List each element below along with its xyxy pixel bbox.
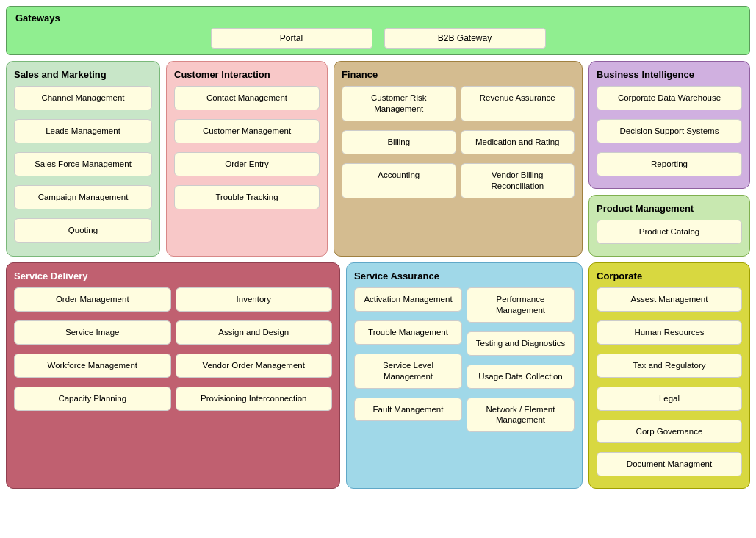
item-customer-risk[interactable]: Customer Risk Management <box>342 86 456 121</box>
corporate-title: Corporate <box>597 270 742 281</box>
item-service-image[interactable]: Service Image <box>14 320 171 345</box>
gateways-row: Portal B2B Gateway <box>15 28 741 49</box>
item-corp-governance[interactable]: Corp Governance <box>597 420 742 444</box>
business-intelligence-panel: Business Intelligence Corporate Data War… <box>588 61 750 189</box>
corporate-panel: Corporate Assest Management Human Resour… <box>588 262 750 489</box>
item-corporate-dw[interactable]: Corporate Data Warehouse <box>597 86 742 110</box>
item-trouble-tracking[interactable]: Trouble Tracking <box>174 185 320 209</box>
customer-interaction-title: Customer Interaction <box>174 69 320 80</box>
service-assurance-title: Service Assurance <box>354 270 575 281</box>
item-workforce-management[interactable]: Workforce Management <box>14 354 171 378</box>
page-container: Gateways Portal B2B Gateway Sales and Ma… <box>6 6 750 489</box>
gateways-title: Gateways <box>15 12 741 24</box>
customer-interaction-items: Contact Management Customer Management O… <box>174 86 320 214</box>
gateways-section: Gateways Portal B2B Gateway <box>6 6 750 55</box>
item-trouble-management[interactable]: Trouble Management <box>354 320 462 345</box>
item-assest-management[interactable]: Assest Management <box>597 287 742 312</box>
item-billing[interactable]: Billing <box>342 130 456 154</box>
item-vendor-order-management[interactable]: Vendor Order Management <box>176 354 333 378</box>
item-capacity-planning[interactable]: Capacity Planning <box>14 387 171 411</box>
service-delivery-title: Service Delivery <box>14 270 332 281</box>
item-medication-rating[interactable]: Medication and Rating <box>461 130 575 154</box>
product-management-title: Product Management <box>597 203 742 214</box>
bi-title: Business Intelligence <box>597 69 742 80</box>
item-contact-management[interactable]: Contact Management <box>174 86 320 110</box>
service-delivery-panel: Service Delivery Order Management Servic… <box>6 262 340 489</box>
item-performance-management[interactable]: Performance Management <box>467 287 575 323</box>
service-delivery-col2: Inventory Assign and Design Vendor Order… <box>176 287 333 415</box>
sales-marketing-title: Sales and Marketing <box>14 69 152 80</box>
service-assurance-panel: Service Assurance Activation Management … <box>346 262 583 489</box>
item-testing-diagnostics[interactable]: Testing and Diagnostics <box>467 331 575 356</box>
item-accounting[interactable]: Accounting <box>342 163 456 198</box>
corporate-items: Assest Management Human Resources Tax an… <box>597 287 742 481</box>
item-network-element-management[interactable]: Network / Element Management <box>467 398 575 433</box>
item-sales-force-management[interactable]: Sales Force Management <box>14 152 152 176</box>
service-delivery-items: Order Management Service Image Workforce… <box>14 287 332 415</box>
item-service-level-management[interactable]: Service Level Management <box>354 354 462 389</box>
gateway-portal[interactable]: Portal <box>211 28 372 49</box>
product-management-panel: Product Management Product Catalog <box>588 195 750 257</box>
gateway-b2b[interactable]: B2B Gateway <box>384 28 546 49</box>
service-delivery-col1: Order Management Service Image Workforce… <box>14 287 171 415</box>
finance-title: Finance <box>342 69 575 80</box>
item-fault-management[interactable]: Fault Management <box>354 398 462 422</box>
item-campaign-management[interactable]: Campaign Management <box>14 185 152 209</box>
item-tax-regulatory[interactable]: Tax and Regulatory <box>597 354 742 378</box>
item-revenue-assurance[interactable]: Revenue Assurance <box>461 86 575 121</box>
finance-items: Customer Risk Management Revenue Assuran… <box>342 86 575 203</box>
item-document-management[interactable]: Document Managment <box>597 452 742 476</box>
item-activation-management[interactable]: Activation Management <box>354 287 462 312</box>
customer-interaction-panel: Customer Interaction Contact Management … <box>166 61 328 257</box>
item-leads-management[interactable]: Leads Management <box>14 119 152 143</box>
right-column: Business Intelligence Corporate Data War… <box>588 61 750 257</box>
item-legal[interactable]: Legal <box>597 387 742 411</box>
sales-marketing-items: Channel Management Leads Management Sale… <box>14 86 152 247</box>
finance-panel: Finance Customer Risk Management Revenue… <box>334 61 583 257</box>
item-human-resources[interactable]: Human Resources <box>597 320 742 345</box>
item-channel-management[interactable]: Channel Management <box>14 86 152 110</box>
item-product-catalog[interactable]: Product Catalog <box>597 220 742 244</box>
sales-marketing-panel: Sales and Marketing Channel Management L… <box>6 61 160 257</box>
item-quoting[interactable]: Quoting <box>14 218 152 243</box>
item-dss[interactable]: Decision Support Systems <box>597 119 742 143</box>
item-vendor-billing[interactable]: Vendor Billing Reconciliation <box>461 163 575 198</box>
item-order-entry[interactable]: Order Entry <box>174 152 320 176</box>
service-assurance-items: Activation Management Trouble Management… <box>354 287 575 437</box>
item-assign-design[interactable]: Assign and Design <box>176 320 333 345</box>
item-provisioning-interconnection[interactable]: Provisioning Interconnection <box>176 387 333 411</box>
service-assurance-col2: Performance Management Testing and Diagn… <box>467 287 575 437</box>
item-customer-management[interactable]: Customer Management <box>174 119 320 143</box>
item-order-management[interactable]: Order Management <box>14 287 171 312</box>
item-inventory[interactable]: Inventory <box>176 287 333 312</box>
item-reporting[interactable]: Reporting <box>597 152 742 176</box>
bi-items: Corporate Data Warehouse Decision Suppor… <box>597 86 742 181</box>
item-usage-data-collection[interactable]: Usage Data Collection <box>467 365 575 389</box>
service-assurance-col1: Activation Management Trouble Management… <box>354 287 462 437</box>
